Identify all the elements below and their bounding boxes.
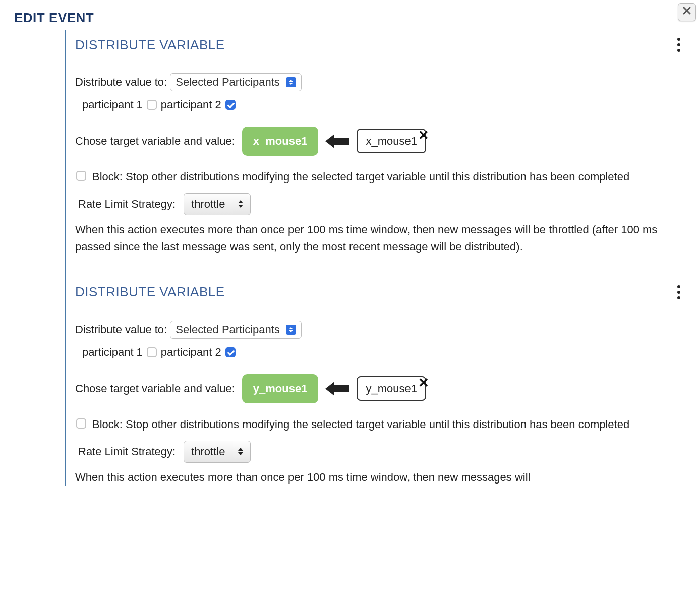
distribute-variable-section: DISTRIBUTE VARIABLE Distribute value to:…	[75, 37, 686, 255]
close-icon	[682, 6, 692, 19]
section-title: DISTRIBUTE VARIABLE	[75, 37, 225, 53]
participant-label: participant 2	[161, 346, 221, 359]
distribute-to-value: Selected Participants	[176, 76, 280, 89]
section-menu-button[interactable]	[672, 284, 686, 300]
section-title: DISTRIBUTE VARIABLE	[75, 284, 225, 300]
participant-label: participant 2	[161, 98, 221, 111]
select-arrows-icon	[238, 448, 243, 455]
distribute-variable-section: DISTRIBUTE VARIABLE Distribute value to:…	[75, 284, 686, 486]
participant-1-checkbox[interactable]	[147, 347, 157, 357]
section-divider	[75, 270, 686, 270]
rate-limit-label: Rate Limit Strategy:	[78, 198, 176, 211]
rate-limit-description: When this action executes more than once…	[75, 221, 686, 255]
participant-label: participant 1	[82, 346, 143, 359]
select-arrows-icon	[286, 325, 296, 335]
event-actions-panel: DISTRIBUTE VARIABLE Distribute value to:…	[65, 30, 686, 486]
participant-2-checkbox[interactable]	[225, 347, 236, 357]
source-value-box[interactable]: x_mouse1	[357, 129, 426, 153]
kebab-icon	[677, 38, 680, 41]
target-variable-label: Chose target variable and value:	[75, 382, 235, 395]
rate-limit-value: throttle	[191, 198, 225, 211]
distribute-to-select[interactable]: Selected Participants	[170, 73, 302, 91]
distribute-to-select[interactable]: Selected Participants	[170, 321, 302, 339]
select-arrows-icon	[286, 77, 296, 87]
block-description: Block: Stop other distributions modifyin…	[92, 416, 629, 433]
block-checkbox[interactable]	[76, 418, 86, 429]
participant-2-checkbox[interactable]	[225, 100, 236, 110]
rate-limit-select[interactable]: throttle	[184, 441, 251, 463]
remove-value-button[interactable]: ✕	[418, 376, 429, 389]
participant-label: participant 1	[82, 98, 143, 111]
source-value-box[interactable]: y_mouse1	[357, 376, 426, 401]
page-title: EDIT EVENT	[14, 10, 686, 26]
participant-1-checkbox[interactable]	[147, 100, 157, 110]
block-description: Block: Stop other distributions modifyin…	[92, 169, 629, 185]
rate-limit-select[interactable]: throttle	[184, 193, 251, 215]
remove-value-button[interactable]: ✕	[418, 129, 429, 142]
target-variable-pill[interactable]: y_mouse1	[242, 374, 319, 403]
target-variable-label: Chose target variable and value:	[75, 135, 235, 148]
rate-limit-value: throttle	[191, 445, 225, 458]
target-variable-pill[interactable]: x_mouse1	[242, 127, 319, 156]
rate-limit-description: When this action executes more than once…	[75, 469, 686, 486]
block-checkbox[interactable]	[76, 171, 86, 181]
select-arrows-icon	[238, 200, 243, 208]
distribute-to-label: Distribute value to:	[75, 323, 167, 336]
arrow-left-icon	[325, 134, 349, 148]
kebab-icon	[677, 285, 680, 288]
section-menu-button[interactable]	[672, 37, 686, 53]
close-button[interactable]	[678, 3, 696, 21]
distribute-to-value: Selected Participants	[176, 323, 280, 336]
rate-limit-label: Rate Limit Strategy:	[78, 445, 176, 458]
distribute-to-label: Distribute value to:	[75, 76, 167, 89]
arrow-left-icon	[325, 382, 349, 396]
